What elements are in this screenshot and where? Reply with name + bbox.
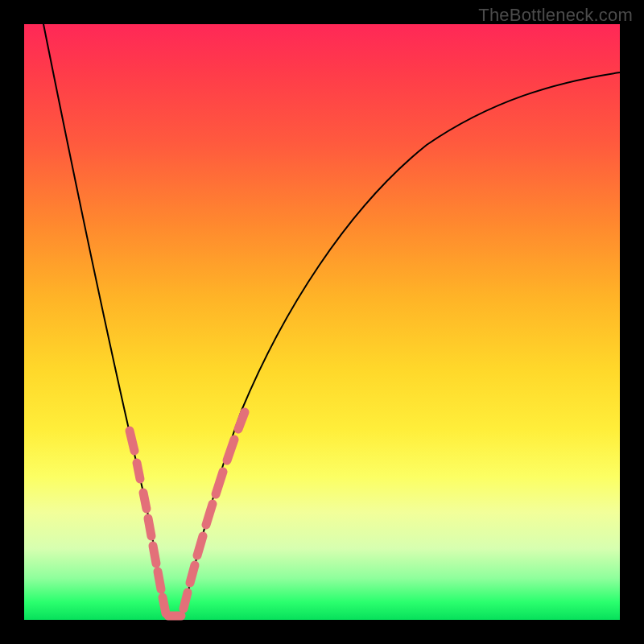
svg-line-14 [238, 412, 245, 429]
watermark-text: TheBottleneck.com [478, 5, 633, 26]
svg-line-9 [190, 565, 195, 583]
svg-line-11 [206, 504, 213, 525]
svg-line-13 [227, 440, 234, 460]
svg-line-6 [163, 597, 166, 613]
plot-area [24, 24, 620, 620]
chart-frame: TheBottleneck.com [0, 0, 644, 644]
svg-line-4 [153, 546, 156, 564]
curve-svg [24, 24, 620, 620]
svg-line-2 [143, 493, 147, 509]
svg-line-10 [197, 536, 203, 555]
svg-line-1 [137, 463, 140, 479]
svg-line-3 [148, 518, 151, 536]
svg-line-12 [216, 472, 223, 494]
svg-line-8 [184, 592, 188, 609]
bead-cluster [130, 412, 245, 616]
svg-line-5 [158, 572, 161, 589]
svg-line-0 [130, 431, 134, 451]
bottleneck-curve [42, 16, 620, 616]
